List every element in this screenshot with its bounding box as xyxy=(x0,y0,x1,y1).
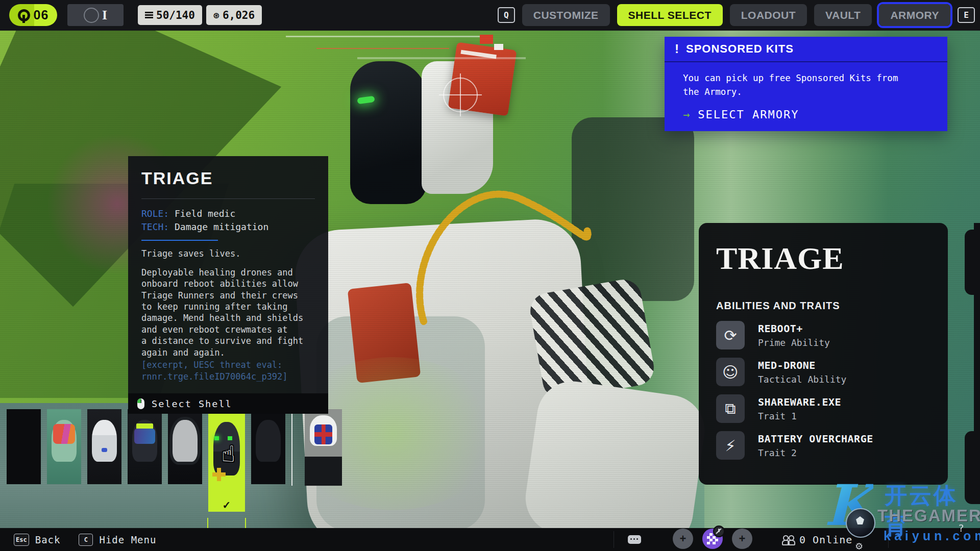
mic-muted-icon xyxy=(713,525,725,537)
bottom-bar-separator xyxy=(888,531,889,548)
bottom-bar: Esc Back C Hide Menu + + 0 Online xyxy=(0,528,980,551)
shell-lore-excerpt: [excerpt, UESC threat eval: rnnr.trge.fi… xyxy=(141,359,315,382)
ability-row[interactable]: ⚡ BATTERY OVERCHARGE Trait 2 xyxy=(716,431,930,460)
nav-tab[interactable]: LOADOUT xyxy=(730,4,807,26)
ability-name: BATTERY OVERCHARGE xyxy=(758,433,873,445)
bottom-bar-separator xyxy=(614,531,614,548)
nav-tab-label: LOADOUT xyxy=(741,9,796,21)
hand-cursor-icon: ☝ xyxy=(222,441,235,467)
hide-menu-button[interactable]: C Hide Menu xyxy=(79,534,156,546)
shell-portrait xyxy=(47,409,81,484)
abilities-section-heading: ABILITIES AND TRAITS xyxy=(716,300,930,312)
sponsored-kits-message: You can pick up free Sponsored Kits from… xyxy=(683,71,937,99)
nav-tab[interactable]: VAULT xyxy=(814,4,872,26)
ability-icon: ⚡ xyxy=(716,431,745,460)
ability-type: Tactical Ability xyxy=(758,374,846,385)
nav-tab-label: ARMORY xyxy=(890,9,939,21)
players-icon xyxy=(782,535,794,544)
stat-value: 6,026 xyxy=(223,9,255,21)
select-shell-action[interactable]: Select Shell xyxy=(128,393,328,414)
shell-role-row: ROLE: Field medic xyxy=(141,207,315,220)
select-shell-label: Select Shell xyxy=(152,398,232,409)
right-rail-tab xyxy=(965,230,980,295)
coin-icon: ⊛ xyxy=(213,9,219,21)
back-button[interactable]: Esc Back xyxy=(14,534,60,546)
ability-row[interactable]: ☺ MED-DRONE Tactical Ability xyxy=(716,358,930,386)
rank-badge: I xyxy=(67,4,124,26)
shell-portrait xyxy=(305,409,342,486)
player-avatar[interactable] xyxy=(702,529,723,549)
sponsored-kits-title: SPONSORED KITS xyxy=(686,42,794,56)
shell-tile[interactable] xyxy=(128,409,162,484)
shell-portrait xyxy=(87,409,121,484)
nav-tabs: CUSTOMIZE SHELL SELECT LOADOUT VAULT xyxy=(522,4,950,26)
player-hud: 06 I 50/140 ⊛ 6,026 xyxy=(9,4,262,26)
currency-stats: 50/140 ⊛ 6,026 xyxy=(138,5,262,25)
medic-cross-icon xyxy=(212,468,226,481)
ability-type: Trait 2 xyxy=(758,447,873,458)
shell-description: Deployable healing drones and onboard re… xyxy=(141,267,315,359)
shell-portrait xyxy=(128,409,162,484)
bottom-bar-left: Esc Back C Hide Menu xyxy=(14,528,156,551)
player-level: 06 xyxy=(34,8,49,22)
shell-tile[interactable] xyxy=(87,409,121,484)
ability-type: Trait 1 xyxy=(758,411,841,421)
shell-tile[interactable] xyxy=(47,409,81,484)
right-rail-tab xyxy=(965,431,980,504)
shell-portrait xyxy=(7,409,41,484)
lines-icon xyxy=(145,11,153,19)
bottom-bar-social: + + 0 Online xyxy=(628,528,852,551)
add-party-slot-button[interactable]: + xyxy=(732,529,752,549)
ability-icon: ☺ xyxy=(716,358,745,386)
stat-box: ⊛ 6,026 xyxy=(206,5,262,25)
shell-name-title: TRIAGE xyxy=(141,168,315,188)
sponsored-kits-body: You can pick up free Sponsored Kits from… xyxy=(665,62,947,131)
alert-icon: ! xyxy=(675,42,679,56)
tech-label: TECH: xyxy=(141,221,169,232)
ability-row[interactable]: ⧉ SHAREWARE.EXE Trait 1 xyxy=(716,394,930,423)
ability-icon: ⟳ xyxy=(716,321,745,349)
shell-tagline: Triage saves lives. xyxy=(141,248,315,259)
accent-underline xyxy=(141,240,218,241)
ability-icon: ⧉ xyxy=(716,394,745,423)
stat-value: 50/140 xyxy=(156,9,195,21)
tech-value: Damage mitigation xyxy=(175,221,268,232)
roster-divider xyxy=(291,409,292,486)
nav-tab[interactable]: ARMORY xyxy=(879,4,950,26)
abilities-list: ⟳ REBOOT+ Prime Ability ☺ MED-DRONE Tact… xyxy=(716,321,930,460)
c-keycap: C xyxy=(79,534,93,546)
ability-row[interactable]: ⟳ REBOOT+ Prime Ability xyxy=(716,321,930,349)
chat-icon[interactable] xyxy=(628,535,641,544)
shell-portrait xyxy=(251,409,285,484)
stat-box: 50/140 xyxy=(138,5,202,25)
shell-portrait xyxy=(168,409,202,484)
shell-roster: ☝ ✓ xyxy=(7,409,348,498)
next-tab-keycap: E xyxy=(958,7,975,23)
abilities-panel: TRIAGE ABILITIES AND TRAITS ⟳ REBOOT+ Pr… xyxy=(699,223,948,485)
select-armory-link[interactable]: → SELECT ARMORY xyxy=(683,108,937,121)
nav-tab-label: VAULT xyxy=(825,9,861,21)
shell-tile[interactable] xyxy=(251,409,285,484)
shell-tile[interactable] xyxy=(168,409,202,484)
shell-tile[interactable]: ☝ ✓ xyxy=(208,409,245,498)
nav-tab-label: SHELL SELECT xyxy=(628,9,712,21)
selected-check-bar: ✓ xyxy=(208,498,245,512)
shell-tech-row: TECH: Damage mitigation xyxy=(141,220,315,234)
nav-tab[interactable]: SHELL SELECT xyxy=(617,4,723,26)
back-label: Back xyxy=(35,534,61,545)
player-level-badge: 06 xyxy=(9,4,57,26)
shell-tile[interactable] xyxy=(7,409,41,484)
role-value: Field medic xyxy=(175,208,235,219)
rank-ring-icon xyxy=(84,8,99,23)
ability-type: Prime Ability xyxy=(758,337,830,348)
esc-keycap: Esc xyxy=(14,534,29,546)
nav-tab[interactable]: CUSTOMIZE xyxy=(522,4,610,26)
shell-tile[interactable] xyxy=(305,409,342,486)
role-label: ROLE: xyxy=(141,208,169,219)
runner-logo-icon xyxy=(18,9,30,21)
divider xyxy=(141,198,315,199)
add-party-slot-button[interactable]: + xyxy=(673,529,693,549)
online-status: 0 Online xyxy=(782,534,852,546)
nav-tab-label: CUSTOMIZE xyxy=(533,9,599,21)
abilities-shell-title: TRIAGE xyxy=(716,240,930,277)
